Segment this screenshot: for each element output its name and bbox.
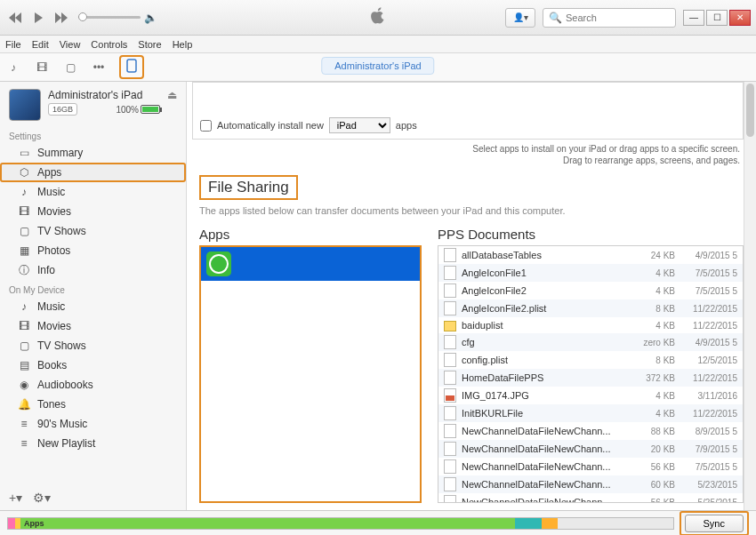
maximize-button[interactable]: ☐ bbox=[706, 10, 728, 26]
movies-tab-icon[interactable]: 🎞 bbox=[34, 60, 50, 76]
document-size: 60 KB bbox=[625, 480, 675, 490]
device-tab[interactable] bbox=[119, 55, 144, 79]
document-row[interactable]: config.plist8 KB12/5/2015 bbox=[438, 351, 743, 369]
document-name: baiduplist bbox=[462, 320, 625, 331]
sidebar-item-music[interactable]: ♪Music bbox=[0, 297, 186, 316]
document-row[interactable]: AngleIconFile2.plist8 KB11/22/2015 bbox=[438, 299, 743, 317]
minimize-button[interactable]: — bbox=[683, 10, 704, 26]
file-icon bbox=[444, 301, 456, 315]
sidebar-item-photos[interactable]: ▦Photos bbox=[0, 241, 186, 260]
document-row[interactable]: HomeDataFilePPS372 KB11/22/2015 bbox=[438, 369, 743, 387]
tv-tab-icon[interactable]: ▢ bbox=[62, 60, 78, 76]
document-name: allDatabaseTables bbox=[462, 250, 625, 260]
sidebar-item-label: TV Shows bbox=[37, 225, 86, 237]
document-row[interactable]: IMG_0174.JPG4 KB3/11/2016 bbox=[438, 387, 743, 404]
bottom-bar: Apps Sync bbox=[0, 510, 756, 535]
eject-icon[interactable]: ⏏ bbox=[167, 89, 177, 101]
document-row[interactable]: AngleIconFile24 KB7/5/2015 5 bbox=[438, 282, 743, 299]
app-row-selected[interactable] bbox=[201, 247, 420, 281]
document-row[interactable]: InitBKURLFile4 KB11/22/2015 bbox=[438, 404, 743, 422]
document-date: 5/25/2015 bbox=[675, 498, 737, 504]
menu-edit[interactable]: Edit bbox=[32, 39, 49, 50]
file-icon bbox=[444, 335, 456, 349]
sidebar-item-summary[interactable]: ▭Summary bbox=[0, 143, 186, 163]
play-button[interactable] bbox=[28, 8, 48, 28]
menu-view[interactable]: View bbox=[60, 39, 81, 50]
sidebar-item-apps[interactable]: ⬡Apps bbox=[0, 163, 186, 182]
sidebar-item-90-s-music[interactable]: ≡90's Music bbox=[0, 414, 186, 434]
playlist-icon: ≡ bbox=[18, 418, 30, 430]
menu-controls[interactable]: Controls bbox=[91, 39, 127, 50]
music-tab-icon[interactable]: ♪ bbox=[5, 60, 21, 76]
document-size: 56 KB bbox=[625, 498, 675, 504]
sidebar-item-label: New Playlist bbox=[37, 437, 95, 450]
battery-percent: 100% bbox=[116, 105, 139, 115]
search-field[interactable]: 🔍 bbox=[543, 8, 676, 28]
ipad-icon bbox=[126, 59, 137, 73]
sidebar-item-music[interactable]: ♪Music bbox=[0, 182, 186, 202]
apps-column-header: Apps bbox=[199, 227, 422, 245]
document-row[interactable]: NewChannelDataFileNewChann...56 KB5/25/2… bbox=[438, 493, 743, 503]
document-date: 3/11/2016 bbox=[675, 391, 737, 401]
documents-list[interactable]: allDatabaseTables24 KB4/9/2015 5AngleIco… bbox=[438, 245, 744, 503]
prev-button[interactable] bbox=[5, 8, 25, 28]
document-size: 4 KB bbox=[625, 391, 675, 401]
document-size: 4 KB bbox=[625, 286, 675, 296]
more-tab-icon[interactable]: ••• bbox=[91, 60, 107, 76]
sidebar-item-movies[interactable]: 🎞Movies bbox=[0, 202, 186, 221]
sidebar-item-tones[interactable]: 🔔Tones bbox=[0, 395, 186, 414]
document-name: InitBKURLFile bbox=[462, 408, 625, 419]
photos-icon: ▦ bbox=[18, 244, 30, 257]
movies-icon: 🎞 bbox=[18, 320, 30, 332]
search-input[interactable] bbox=[566, 12, 670, 23]
close-button[interactable]: ✕ bbox=[729, 10, 751, 26]
sync-button[interactable]: Sync bbox=[685, 515, 744, 532]
titlebar: 🔈 👤▾ 🔍 — ☐ ✕ bbox=[0, 0, 756, 36]
auto-install-select[interactable]: iPad bbox=[329, 117, 390, 133]
tv-icon: ▢ bbox=[18, 225, 30, 237]
sidebar-item-info[interactable]: ⓘInfo bbox=[0, 260, 186, 280]
document-name: AngleIconFile1 bbox=[462, 268, 625, 278]
menu-store[interactable]: Store bbox=[138, 39, 161, 50]
document-row[interactable]: baiduplist4 KB11/22/2015 bbox=[438, 317, 743, 333]
document-row[interactable]: NewChannelDataFileNewChann...56 KB7/5/20… bbox=[438, 458, 743, 475]
file-icon bbox=[444, 424, 456, 438]
sidebar-item-label: Photos bbox=[37, 244, 70, 257]
file-icon bbox=[444, 248, 456, 262]
sidebar-item-tv-shows[interactable]: ▢TV Shows bbox=[0, 221, 186, 241]
sidebar-item-new-playlist[interactable]: ≡New Playlist bbox=[0, 434, 186, 453]
document-row[interactable]: NewChannelDataFileNewChann...60 KB5/23/2… bbox=[438, 475, 743, 493]
document-date: 7/5/2015 5 bbox=[675, 462, 737, 472]
document-row[interactable]: NewChannelDataFileNewChann...20 KB7/9/20… bbox=[438, 440, 743, 458]
sidebar-item-label: Music bbox=[37, 300, 65, 313]
apps-list[interactable] bbox=[199, 245, 422, 503]
install-hint: Select apps to install on your iPad or d… bbox=[187, 140, 756, 175]
content-scrollbar[interactable] bbox=[744, 82, 756, 510]
tv-icon: ▢ bbox=[18, 339, 30, 352]
document-row[interactable]: NewChannelDataFileNewChann...88 KB8/9/20… bbox=[438, 422, 743, 440]
device-thumbnail bbox=[9, 89, 41, 121]
next-button[interactable] bbox=[52, 8, 71, 28]
device-capacity: 16GB bbox=[48, 103, 77, 116]
auto-install-checkbox[interactable] bbox=[200, 120, 212, 132]
account-button[interactable]: 👤▾ bbox=[505, 8, 535, 28]
document-name: cfg bbox=[462, 337, 625, 347]
sidebar-item-label: Movies bbox=[37, 320, 71, 332]
sidebar-item-books[interactable]: ▤Books bbox=[0, 355, 186, 375]
document-row[interactable]: cfgzero KB4/9/2015 5 bbox=[438, 333, 743, 351]
document-date: 5/23/2015 bbox=[675, 480, 737, 490]
device-pill[interactable]: Administrator's iPad bbox=[321, 57, 434, 75]
document-date: 12/5/2015 bbox=[675, 355, 737, 365]
settings-gear-icon[interactable]: ⚙▾ bbox=[33, 491, 51, 505]
volume-slider[interactable]: 🔈 bbox=[78, 12, 157, 24]
menu-file[interactable]: File bbox=[5, 39, 21, 50]
add-playlist-button[interactable]: +▾ bbox=[9, 491, 22, 505]
document-size: 88 KB bbox=[625, 427, 675, 436]
sidebar-item-tv-shows[interactable]: ▢TV Shows bbox=[0, 336, 186, 355]
menu-help[interactable]: Help bbox=[173, 39, 193, 50]
sidebar-item-movies[interactable]: 🎞Movies bbox=[0, 316, 186, 336]
summary-icon: ▭ bbox=[18, 147, 30, 159]
sidebar-item-audiobooks[interactable]: ◉Audiobooks bbox=[0, 375, 186, 395]
document-row[interactable]: AngleIconFile14 KB7/5/2015 5 bbox=[438, 264, 743, 282]
document-row[interactable]: allDatabaseTables24 KB4/9/2015 5 bbox=[438, 246, 743, 264]
